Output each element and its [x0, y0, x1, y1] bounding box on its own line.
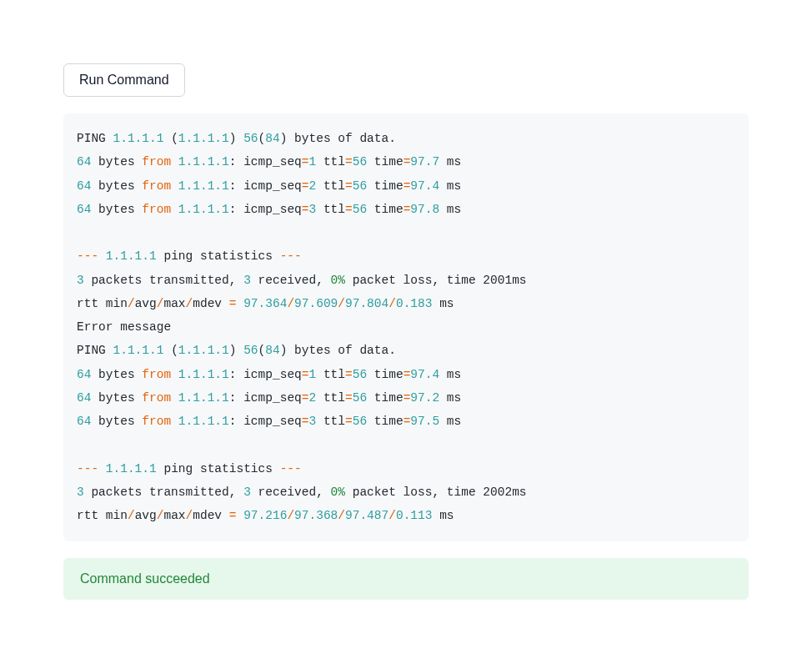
ping-reply-line: 64 bytes from 1.1.1.1: icmp_seq=2 ttl=56… [77, 391, 461, 405]
ping-stats-summary: 3 packets transmitted, 3 received, 0% pa… [77, 274, 527, 287]
ping-rtt-line: rtt min/avg/max/mdev = 97.364/97.609/97.… [77, 297, 454, 310]
ping-stats-header: --- 1.1.1.1 ping statistics --- [77, 249, 302, 263]
run-command-button[interactable]: Run Command [63, 63, 185, 97]
ping-stats-summary: 3 packets transmitted, 3 received, 0% pa… [77, 485, 527, 499]
ping-reply-line: 64 bytes from 1.1.1.1: icmp_seq=2 ttl=56… [77, 179, 461, 193]
ping-reply-line: 64 bytes from 1.1.1.1: icmp_seq=3 ttl=56… [77, 415, 461, 428]
ping-header: PING 1.1.1.1 (1.1.1.1) 56(84) bytes of d… [77, 132, 396, 145]
ping-reply-line: 64 bytes from 1.1.1.1: icmp_seq=1 ttl=56… [77, 155, 461, 169]
ping-stats-header: --- 1.1.1.1 ping statistics --- [77, 462, 302, 475]
ping-reply-line: 64 bytes from 1.1.1.1: icmp_seq=3 ttl=56… [77, 203, 461, 216]
command-output: PING 1.1.1.1 (1.1.1.1) 56(84) bytes of d… [63, 113, 749, 541]
ping-header: PING 1.1.1.1 (1.1.1.1) 56(84) bytes of d… [77, 344, 396, 357]
ping-rtt-line: rtt min/avg/max/mdev = 97.216/97.368/97.… [77, 509, 454, 522]
error-message-line: Error message [77, 320, 171, 334]
status-badge: Command succeeded [63, 558, 749, 600]
ping-reply-line: 64 bytes from 1.1.1.1: icmp_seq=1 ttl=56… [77, 368, 461, 381]
